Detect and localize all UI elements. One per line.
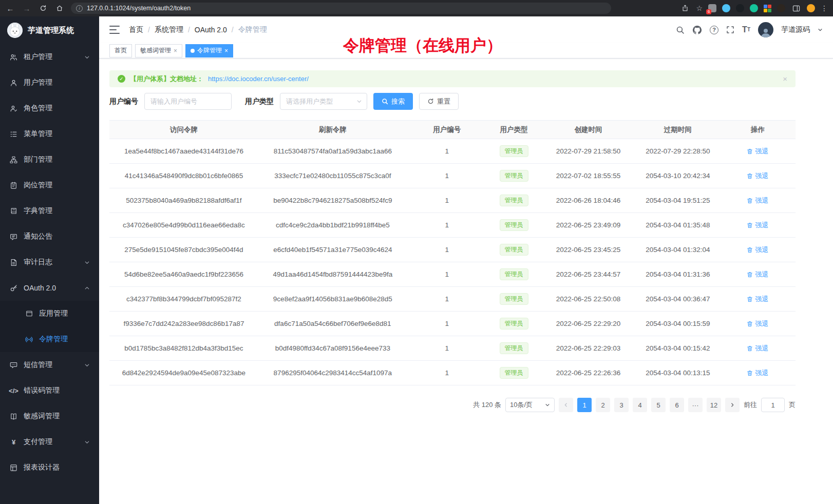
extension-blue-icon[interactable] — [722, 4, 730, 12]
table-row: 502375b8040a469a9b82188afdf6af1f be90422… — [109, 188, 796, 213]
sidebar-item-audit-log[interactable]: 审计日志 — [0, 249, 99, 275]
tab-sensitive-word[interactable]: 敏感词管理 × — [135, 44, 182, 57]
sidebar-item-dict[interactable]: 字典管理 — [0, 198, 99, 224]
sidebar-item-error-code[interactable]: </> 错误码管理 — [0, 378, 99, 403]
user-avatar[interactable] — [758, 22, 773, 37]
page-number-button[interactable]: 5 — [651, 398, 666, 412]
extension-dark-icon[interactable] — [736, 4, 744, 12]
user-id-cell: 1 — [407, 312, 487, 336]
sidebar-item-sensitive-word[interactable]: 敏感词管理 — [0, 403, 99, 429]
force-logout-button[interactable]: 强退 — [747, 344, 768, 353]
refresh-token-cell: 8796295f04064c2983414cc54af1097a — [258, 361, 407, 385]
search-icon[interactable] — [676, 26, 685, 34]
page-number-button[interactable]: 12 — [707, 398, 721, 412]
actions-cell: 强退 — [720, 188, 796, 213]
force-logout-button[interactable]: 强退 — [747, 245, 768, 255]
sidebar-toggle-icon[interactable] — [791, 3, 801, 13]
address-bar[interactable]: i 127.0.0.1:1024/system/oauth2/token — [71, 3, 611, 14]
sidebar-item-label: 短信管理 — [24, 360, 52, 370]
alert-close-icon[interactable]: × — [783, 74, 787, 83]
force-logout-button[interactable]: 强退 — [747, 147, 768, 156]
page-number-button[interactable]: 3 — [614, 398, 629, 412]
breadcrumb-home[interactable]: 首页 — [129, 25, 143, 34]
force-logout-button[interactable]: 强退 — [747, 319, 768, 328]
font-size-icon[interactable]: TT — [742, 26, 750, 34]
extension-red-badge-icon[interactable]: 6 — [708, 4, 716, 12]
app-logo[interactable]: 芋道管理系统 — [0, 16, 99, 44]
fullscreen-icon[interactable] — [726, 26, 734, 34]
github-icon[interactable] — [692, 25, 702, 35]
doc-link[interactable]: https://doc.iocoder.cn/user-center/ — [208, 75, 309, 83]
extension-paw-icon[interactable] — [777, 4, 785, 12]
user-id-input[interactable] — [144, 93, 232, 110]
page-size-select[interactable]: 10条/页 — [505, 398, 555, 412]
table-body: 1ea5e44f8bc1467aaede43144f31de76 811c530… — [109, 139, 796, 385]
sidebar-item-notice[interactable]: 通知公告 — [0, 224, 99, 249]
sidebar-collapse-icon[interactable] — [109, 26, 120, 34]
sidebar-item-pay[interactable]: ¥ 支付管理 — [0, 429, 99, 455]
prev-page-button[interactable] — [559, 398, 573, 412]
close-icon[interactable]: × — [174, 47, 177, 54]
page-number-button[interactable]: 2 — [596, 398, 610, 412]
help-icon[interactable]: ? — [710, 26, 718, 34]
sidebar-item-oauth[interactable]: OAuth 2.0 — [0, 275, 99, 301]
page-number-button[interactable]: 4 — [633, 398, 647, 412]
force-logout-button[interactable]: 强退 — [747, 270, 768, 279]
sidebar-item-dept[interactable]: 部门管理 — [0, 147, 99, 172]
sidebar-item-label: 支付管理 — [24, 437, 52, 447]
close-icon[interactable]: × — [224, 47, 228, 54]
doc-alert: ✓ 【用户体系】文档地址： https://doc.iocoder.cn/use… — [109, 70, 796, 87]
sidebar-item-user[interactable]: 用户管理 — [0, 70, 99, 95]
sidebar-item-tenant[interactable]: 租户管理 — [0, 44, 99, 70]
force-logout-button[interactable]: 强退 — [747, 369, 768, 378]
pay-yen-icon: ¥ — [9, 438, 18, 447]
home-icon[interactable] — [54, 3, 65, 13]
tab-home[interactable]: 首页 — [109, 44, 132, 57]
created-time-cell: 2022-06-25 22:29:20 — [541, 312, 635, 336]
bookmark-star-icon[interactable]: ☆ — [696, 4, 703, 12]
force-logout-button[interactable]: 强退 — [747, 196, 768, 205]
breadcrumb-oauth[interactable]: OAuth 2.0 — [195, 26, 227, 34]
sidebar-item-report-designer[interactable]: 报表设计器 — [0, 455, 99, 480]
reset-button[interactable]: 重置 — [419, 93, 459, 110]
chevron-down-icon[interactable] — [818, 27, 823, 32]
tab-token-management[interactable]: 令牌管理 × — [185, 44, 233, 57]
search-button[interactable]: 搜索 — [373, 93, 413, 110]
user-type-select[interactable]: 请选择用户类型 — [280, 93, 367, 110]
page-number-button[interactable]: ··· — [688, 398, 703, 412]
extension-green-icon[interactable] — [750, 4, 758, 12]
sidebar-item-label: 应用管理 — [39, 309, 68, 318]
token-broadcast-icon — [25, 335, 33, 344]
sidebar-item-sms[interactable]: 短信管理 — [0, 352, 99, 378]
sidebar-item-token-management[interactable]: 令牌管理 — [0, 326, 99, 352]
force-logout-button[interactable]: 强退 — [747, 171, 768, 181]
force-logout-button[interactable]: 强退 — [747, 221, 768, 230]
user-id-cell: 1 — [407, 238, 487, 262]
sidebar-item-label: 字典管理 — [24, 206, 52, 216]
next-page-button[interactable] — [725, 398, 740, 412]
sidebar-item-post[interactable]: 岗位管理 — [0, 172, 99, 198]
tab-label: 首页 — [115, 46, 127, 55]
sidebar-item-app-management[interactable]: 应用管理 — [0, 301, 99, 326]
goto-page-input[interactable] — [761, 398, 785, 412]
user-type-badge: 管理员 — [500, 145, 528, 158]
share-icon[interactable] — [680, 3, 690, 13]
site-info-icon[interactable]: i — [76, 5, 83, 12]
sidebar-item-label: 部门管理 — [24, 155, 52, 164]
url-text: 127.0.0.1:1024/system/oauth2/token — [87, 5, 191, 12]
extensions-puzzle-icon[interactable] — [764, 5, 771, 12]
force-logout-button[interactable]: 强退 — [747, 295, 768, 304]
forward-icon[interactable]: → — [22, 3, 32, 13]
reload-icon[interactable] — [38, 3, 48, 13]
sidebar-item-role[interactable]: 角色管理 — [0, 95, 99, 121]
user-type-badge: 管理员 — [500, 318, 528, 330]
page-number-button[interactable]: 6 — [670, 398, 684, 412]
profile-avatar[interactable] — [807, 4, 815, 12]
back-icon[interactable]: ← — [5, 3, 15, 13]
user-name[interactable]: 芋道源码 — [781, 25, 810, 34]
page-number-button[interactable]: 1 — [577, 398, 592, 412]
breadcrumb-system[interactable]: 系统管理 — [155, 25, 183, 34]
actions-cell: 强退 — [720, 336, 796, 361]
browser-menu-icon[interactable]: ⋮ — [821, 4, 828, 12]
sidebar-item-menu[interactable]: 菜单管理 — [0, 121, 99, 147]
